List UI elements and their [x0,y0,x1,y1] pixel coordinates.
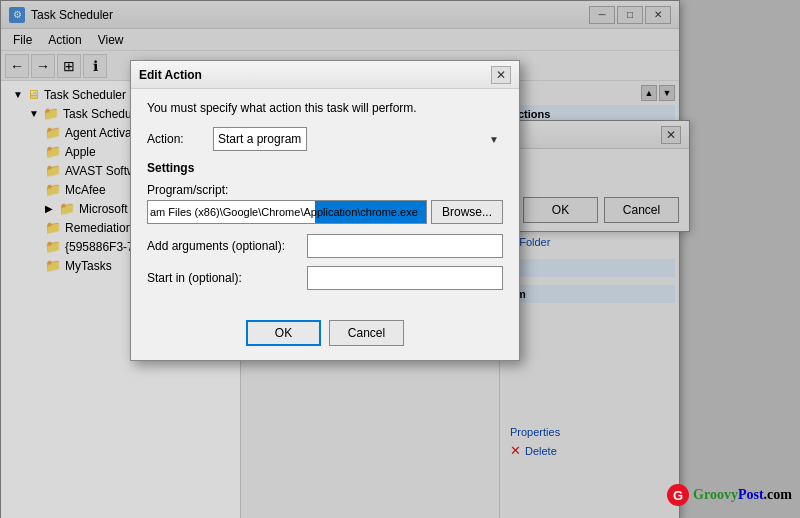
watermark-text: GroovyPost.com [693,487,792,503]
browse-button[interactable]: Browse... [431,200,503,224]
settings-title: Settings [147,161,503,175]
program-script-input[interactable] [147,200,427,224]
add-args-label: Add arguments (optional): [147,239,307,253]
start-in-label: Start in (optional): [147,271,307,285]
edit-action-dialog: Edit Action ✕ You must specify what acti… [130,60,520,361]
edit-action-cancel-button[interactable]: Cancel [329,320,404,346]
program-script-label: Program/script: [147,183,503,197]
watermark-groovy: Groovy [693,487,738,502]
program-script-row: Browse... [147,200,503,224]
action-label: Action: [147,132,207,146]
start-in-input[interactable] [307,266,503,290]
edit-action-ok-button[interactable]: OK [246,320,321,346]
settings-section: Settings Program/script: Browse... Add a… [147,161,503,290]
edit-action-close-button[interactable]: ✕ [491,66,511,84]
action-select-wrapper: Start a program ▼ [213,127,503,151]
edit-action-instruction: You must specify what action this task w… [147,101,503,115]
action-select-arrow-icon: ▼ [489,134,499,145]
action-select[interactable]: Start a program [213,127,307,151]
watermark-icon: G [667,484,689,506]
watermark-com: .com [764,487,792,502]
edit-action-footer: OK Cancel [131,310,519,360]
watermark-post: Post [738,487,764,502]
add-args-input[interactable] [307,234,503,258]
add-args-row: Add arguments (optional): [147,234,503,258]
edit-action-title: Edit Action [139,68,202,82]
start-in-row: Start in (optional): [147,266,503,290]
action-row: Action: Start a program ▼ [147,127,503,151]
edit-action-body: You must specify what action this task w… [131,89,519,310]
program-input-wrapper [147,200,427,224]
edit-action-titlebar: Edit Action ✕ [131,61,519,89]
watermark: G GroovyPost.com [667,484,792,506]
